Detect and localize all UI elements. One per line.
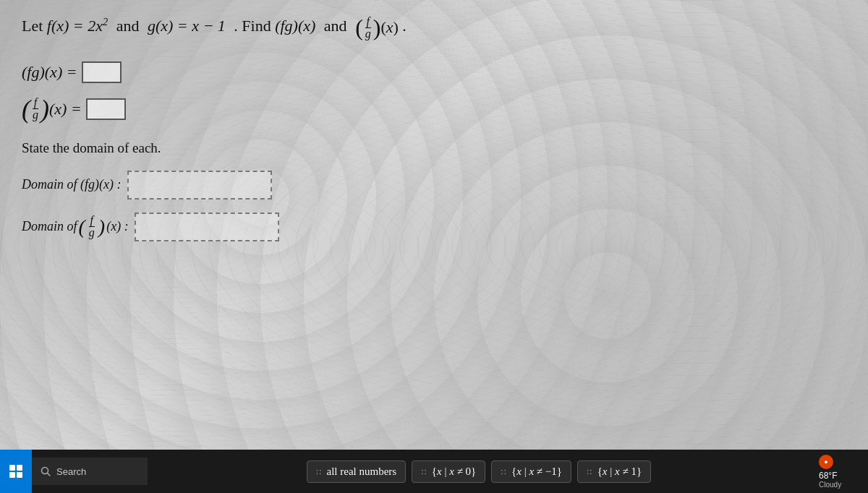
taskbar: Search :: all real numbers :: {x | x ≠ 0… xyxy=(0,450,868,493)
chip-x-ne-1-label: {x | x ≠ 1} xyxy=(597,466,642,478)
problem-statement: Let f(x) = 2x2 and g(x) = x − 1 . Find (… xyxy=(22,14,846,40)
weather-temp: 68°F xyxy=(819,471,837,481)
chip-x-ne-0[interactable]: :: {x | x ≠ 0} xyxy=(412,460,485,483)
chip-x-ne-neg1-label: {x | x ≠ −1} xyxy=(511,466,562,478)
f-over-g-domain-row: Domain of ( f g ) (x) : xyxy=(22,213,846,241)
f-over-g-answer-row: ( f g ) (x) = xyxy=(22,96,846,122)
g-definition: g(x) = x − 1 xyxy=(148,17,229,35)
taskbar-search[interactable]: Search xyxy=(32,458,148,485)
chip-x-ne-1[interactable]: :: {x | x ≠ 1} xyxy=(577,460,651,483)
svg-line-1 xyxy=(48,473,51,476)
state-domain-label: State the domain of each. xyxy=(22,140,846,156)
windows-logo xyxy=(9,465,22,478)
f-over-g-domain-input[interactable] xyxy=(135,213,279,241)
and-connector-2: and xyxy=(324,17,347,35)
f-over-g-notation: ( f g ) (x) xyxy=(355,16,399,40)
f-over-g-answer-input[interactable] xyxy=(86,98,126,120)
chip-all-real-numbers-label: all real numbers xyxy=(327,466,397,478)
and-connector-1: and xyxy=(116,17,140,35)
fg-answer-row: (fg)(x) = xyxy=(22,61,846,83)
answer-chips-container: :: all real numbers :: {x | x ≠ 0} :: {x… xyxy=(148,460,810,483)
weather-icon: ● xyxy=(819,455,833,469)
statement-prefix: Let xyxy=(22,17,47,35)
domain-section: State the domain of each. Domain of (fg)… xyxy=(22,140,846,241)
fg-notation: (fg)(x) xyxy=(275,17,320,35)
main-content: Let f(x) = 2x2 and g(x) = x − 1 . Find (… xyxy=(0,0,868,269)
search-icon xyxy=(41,466,51,476)
chip-all-real-numbers[interactable]: :: all real numbers xyxy=(307,460,406,483)
search-label: Search xyxy=(56,466,86,477)
answer-boxes-section: (fg)(x) = ( f g ) (x) = xyxy=(22,61,846,122)
f-over-g-answer-label: ( f g ) (x) = xyxy=(22,96,82,122)
weather-condition: Cloudy xyxy=(819,481,841,489)
weather-widget: ● 68°F Cloudy xyxy=(810,455,868,489)
fg-domain-input[interactable] xyxy=(127,171,272,200)
fg-domain-label: Domain of (fg)(x) : xyxy=(22,177,122,192)
chip-x-ne-neg1[interactable]: :: {x | x ≠ −1} xyxy=(491,460,571,483)
fg-answer-input[interactable] xyxy=(82,61,122,83)
find-label: . Find xyxy=(234,17,275,35)
fg-domain-row: Domain of (fg)(x) : xyxy=(22,171,846,200)
windows-start-button[interactable] xyxy=(0,450,32,493)
f-definition: f(x) = 2x2 xyxy=(47,17,112,35)
f-over-g-domain-label: Domain of ( f g ) (x) : xyxy=(22,215,129,239)
chip-x-ne-0-label: {x | x ≠ 0} xyxy=(432,466,477,478)
fg-answer-label: (fg)(x) = xyxy=(22,63,77,82)
